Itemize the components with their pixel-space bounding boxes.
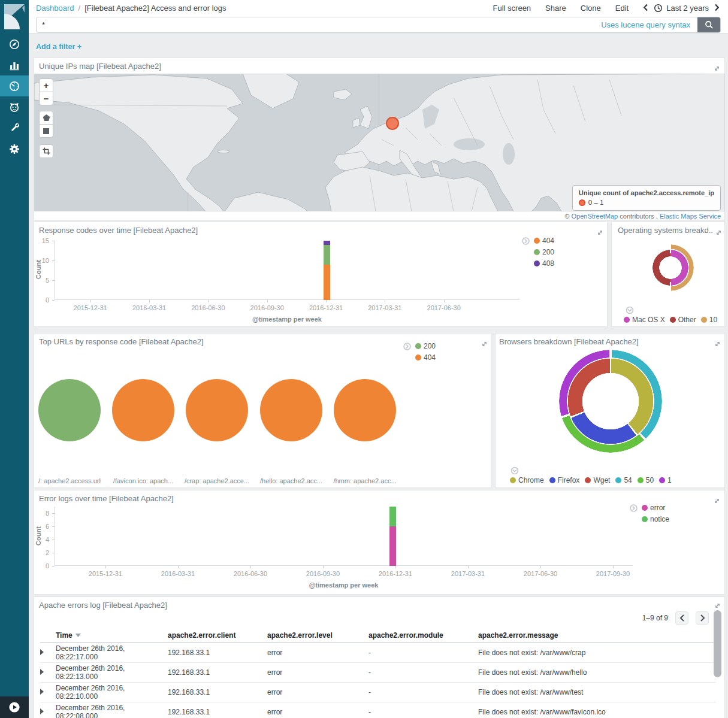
pie-slice-200[interactable] — [38, 379, 101, 441]
expand-panel-icon[interactable] — [714, 63, 720, 74]
openstreetmap-link[interactable]: OpenStreetMap — [572, 213, 618, 220]
map-zoom-out-button[interactable]: − — [39, 92, 53, 105]
sidebar-collapse[interactable] — [0, 696, 29, 718]
row-expand-caret[interactable] — [40, 688, 56, 696]
legend-label: 408 — [542, 259, 554, 268]
row-expand-caret[interactable] — [40, 649, 56, 657]
pie-slice-404[interactable] — [112, 379, 174, 441]
y-tick-label: 0 — [34, 296, 49, 304]
column-header[interactable]: apache2.error.level — [267, 631, 368, 640]
column-header[interactable]: Time — [56, 631, 168, 640]
sidebar-item-management[interactable] — [0, 138, 29, 159]
breadcrumb-dashboard-link[interactable]: Dashboard — [36, 4, 74, 13]
legend-item[interactable]: 1 — [659, 476, 672, 484]
legend-item[interactable]: error — [642, 504, 669, 512]
table-scrollbar[interactable] — [714, 610, 721, 677]
donut-inner-ring[interactable] — [647, 244, 694, 291]
expand-panel-icon[interactable] — [714, 339, 721, 350]
legend-item[interactable]: 404 — [415, 353, 436, 362]
legend-item[interactable]: Other — [670, 316, 696, 324]
kibana-logo[interactable] — [0, 0, 29, 34]
legend-item[interactable]: 50 — [638, 476, 654, 484]
legend-item[interactable]: 54 — [615, 476, 632, 484]
search-button[interactable] — [697, 17, 720, 33]
donut-inner-ring[interactable] — [559, 350, 662, 453]
expand-panel-icon[interactable] — [715, 228, 722, 238]
legend-item[interactable]: Mac OS X — [624, 316, 665, 324]
legend-item[interactable]: 200 — [534, 248, 554, 256]
legend-label: Firefox — [558, 476, 580, 484]
map-draw-rectangle-button[interactable] — [39, 124, 53, 138]
pie-label: /favicon.ico: apach... — [101, 477, 185, 484]
legend-toggle-icon[interactable] — [509, 467, 519, 475]
pagination-prev-button[interactable] — [675, 611, 688, 625]
legend-toggle-icon[interactable] — [624, 307, 635, 314]
column-header[interactable]: apache2.error.client — [168, 631, 267, 640]
legend-item[interactable]: notice — [642, 515, 669, 523]
pagination-next-button[interactable] — [696, 611, 709, 625]
legend-toggle-icon[interactable] — [403, 342, 411, 362]
legend-item[interactable]: Wget — [585, 476, 610, 484]
expand-panel-icon[interactable] — [481, 339, 488, 350]
legend-toggle-icon[interactable] — [522, 237, 530, 268]
legend-item[interactable]: Firefox — [549, 476, 580, 484]
column-header[interactable]: apache2.error.message — [478, 631, 716, 640]
row-expand-caret[interactable] — [40, 668, 56, 677]
x-tick-mark — [90, 300, 91, 302]
query-input[interactable]: * Uses lucene query syntax — [36, 17, 721, 33]
x-tick-mark — [267, 300, 268, 302]
toolbar-actions: Full screen Share Clone Edit Last 2 year… — [493, 4, 720, 13]
bar-segment-408[interactable] — [324, 241, 330, 245]
legend-item[interactable]: 200 — [415, 342, 436, 350]
add-filter-button[interactable]: Add a filter + — [36, 43, 81, 51]
elastic-maps-link[interactable]: Elastic Maps Service — [660, 213, 721, 220]
pie-slice-404[interactable] — [260, 379, 322, 441]
row-expand-caret[interactable] — [40, 708, 56, 716]
bar-segment-notice[interactable] — [389, 507, 396, 526]
full-screen-button[interactable]: Full screen — [493, 4, 531, 13]
legend-item[interactable]: 404 — [534, 237, 554, 245]
lucene-syntax-link[interactable]: Uses lucene query syntax — [601, 20, 697, 29]
legend-label: 50 — [646, 476, 654, 484]
map-fit-bounds-button[interactable] — [39, 144, 53, 158]
pie-slice-404[interactable] — [186, 379, 248, 441]
map-zoom-in-button[interactable]: + — [39, 78, 53, 92]
query-value: * — [37, 20, 45, 29]
time-picker[interactable]: Last 2 years — [654, 4, 709, 13]
edit-button[interactable]: Edit — [615, 4, 629, 13]
bar-segment-error[interactable] — [389, 526, 396, 566]
management-gear-icon — [8, 143, 20, 155]
table-row: December 26th 2016, 08:22:17.000192.168.… — [40, 643, 716, 663]
sidebar-item-visualize[interactable] — [0, 54, 29, 75]
panel-title: Response codes over time [Filebeat Apach… — [39, 226, 198, 235]
table-header-row: Timeapache2.error.clientapache2.error.le… — [40, 628, 716, 643]
bar-segment-200[interactable] — [324, 245, 330, 265]
clock-icon — [654, 4, 663, 13]
sidebar-item-dev-tools[interactable] — [0, 117, 29, 138]
panel-top-urls: Top URLs by response code [Filebeat Apac… — [34, 333, 491, 488]
share-button[interactable]: Share — [545, 4, 566, 13]
sidebar-item-dashboard[interactable] — [0, 75, 29, 96]
clone-button[interactable]: Clone — [581, 4, 601, 13]
legend-item[interactable]: Chrome — [510, 476, 544, 484]
legend-label: Other — [678, 316, 696, 324]
panel-title: Error logs over time [Filebeat Apache2] — [39, 494, 174, 503]
sidebar-item-timelion[interactable] — [0, 96, 29, 117]
column-header[interactable]: apache2.error.module — [368, 631, 478, 640]
chart-plot-area — [55, 240, 519, 300]
legend-item[interactable]: 408 — [534, 259, 554, 268]
map-legend-title: Unique count of apache2.access.remote_ip — [579, 189, 714, 196]
bar-segment-404[interactable] — [324, 265, 330, 300]
pie-slice-404[interactable] — [334, 379, 396, 441]
cell-module: - — [368, 649, 478, 657]
x-tick-label: 2015-12-31 — [64, 304, 117, 311]
expand-panel-icon[interactable] — [597, 228, 603, 238]
sort-caret-icon[interactable] — [75, 634, 81, 637]
sidebar-item-discover[interactable] — [0, 34, 29, 54]
legend-item[interactable]: 10 — [701, 316, 717, 324]
time-forward-button[interactable] — [714, 4, 720, 13]
time-back-button[interactable] — [643, 4, 648, 13]
map-draw-polygon-button[interactable] — [39, 111, 53, 125]
expand-panel-icon[interactable] — [714, 496, 720, 507]
x-tick-label: 2017-09-30 — [586, 570, 640, 577]
